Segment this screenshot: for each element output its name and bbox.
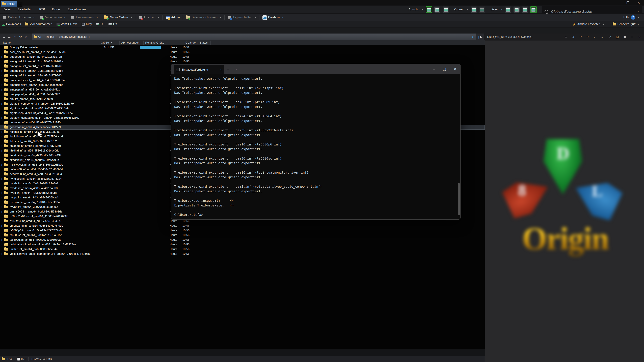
expand-chevron-icon[interactable]: › (1, 115, 2, 120)
expand-chevron-icon[interactable]: › (1, 144, 2, 148)
terminal-scrollbar[interactable] (458, 183, 460, 215)
favorite-drive-d[interactable]: D:\ (106, 22, 119, 26)
lister-left-icon[interactable] (522, 6, 528, 12)
expand-chevron-icon[interactable]: › (1, 111, 2, 115)
chevron-down-icon[interactable]: ▼ (220, 16, 222, 18)
slideshow-button[interactable]: Diashow▼ (260, 14, 286, 21)
lister-top-icon[interactable] (514, 6, 520, 12)
expand-chevron-icon[interactable]: › (1, 139, 2, 144)
favorite-kitty[interactable]: Kitty (80, 22, 94, 26)
column-size[interactable]: Größe▼ (94, 40, 112, 45)
expand-chevron-icon[interactable]: › (1, 247, 2, 252)
expand-chevron-icon[interactable]: › (1, 172, 2, 176)
expand-chevron-icon[interactable]: › (1, 219, 2, 223)
folder-pair-icon[interactable] (471, 6, 477, 12)
other-favorites-button[interactable]: ★Andere Favoriten▼ (570, 22, 606, 27)
expand-chevron-icon[interactable]: › (1, 209, 2, 214)
chevron-down-icon[interactable]: ▼ (64, 16, 66, 18)
expand-chevron-icon[interactable]: › (1, 242, 2, 247)
refresh-icon[interactable]: ↻ (18, 35, 23, 39)
move-files-button[interactable]: ↷ Verschieben▼ (37, 14, 68, 21)
rename-button[interactable]: Umbenennen▼ (68, 14, 100, 21)
table-row[interactable]: › ts6300sc.inf_amd64_5dd1ad1e978a915d He… (0, 233, 485, 238)
terminal-new-tab-button[interactable]: + (227, 67, 229, 71)
view-tiles-icon[interactable] (443, 6, 449, 12)
menu-item[interactable]: FTP (36, 8, 48, 11)
chevron-down-icon[interactable]: ▼ (130, 16, 132, 18)
expand-chevron-icon[interactable]: › (1, 78, 2, 83)
breadcrumb[interactable]: C:›Treiber›Snappy Driver Installer› (32, 33, 476, 40)
terminal-output[interactable]: Das Treiberpaket wurde erfolgreich expor… (172, 74, 460, 219)
expand-chevron-icon[interactable]: › (1, 252, 2, 256)
terminal-minimize-button[interactable]: – (428, 64, 439, 74)
favorite-videoaufnahmen[interactable]: Videoaufnahmen (23, 22, 54, 26)
expand-chevron-icon[interactable]: › (1, 73, 2, 78)
lister-label[interactable]: Lister (490, 8, 498, 11)
table-row[interactable]: › unifhid.inf_amd64_ba680b8596be64e8 Heu… (0, 247, 485, 252)
expand-chevron-icon[interactable]: › (1, 200, 2, 205)
zoom-in-icon[interactable]: ⌕⁺ (592, 35, 599, 39)
terminal-window[interactable]: Eingabeaufforderung ✕ + ⌄ – ▢ ✕ Das Trei… (171, 64, 460, 220)
expand-chevron-icon[interactable]: › (1, 223, 2, 228)
terminal-close-button[interactable]: ✕ (450, 64, 460, 74)
table-row[interactable]: › smbusamd.inf_amd64_d0851497f075f9d0 He… (0, 223, 485, 228)
expand-chevron-icon[interactable]: › (1, 186, 2, 191)
expand-chevron-icon[interactable]: › (1, 87, 2, 92)
ansicht-label[interactable]: Ansicht (408, 8, 418, 11)
chevron-down-icon[interactable]: ˅ (638, 10, 640, 13)
restore-button[interactable]: ❐ (622, 0, 633, 5)
view-list-icon[interactable] (434, 6, 440, 12)
back-icon[interactable]: ⬅ (562, 35, 569, 39)
expand-chevron-icon[interactable]: › (1, 153, 2, 158)
expand-chevron-icon[interactable]: › (1, 83, 2, 87)
help-button[interactable]: Hilfe ? ▼ (623, 13, 639, 21)
tab-close-icon[interactable]: ✕ (220, 68, 222, 71)
ordner-label[interactable]: Ordner (454, 8, 464, 11)
undo-icon[interactable]: ↶ (577, 35, 584, 39)
table-row[interactable]: › voiceclarityep_audio_component.inf_amd… (0, 252, 485, 256)
expand-chevron-icon[interactable]: › (1, 191, 2, 195)
expand-chevron-icon[interactable]: › (1, 59, 2, 64)
table-row[interactable]: › tvvirtualmonitordriver.inf_amd64_b8a4e… (0, 242, 485, 247)
expand-chevron-icon[interactable]: › (1, 167, 2, 172)
menu-item[interactable]: Einstellungen (64, 8, 89, 11)
admin-button[interactable]: Admin (163, 14, 182, 21)
breadcrumb-item[interactable]: Snappy Driver Installer (58, 35, 88, 38)
breadcrumb-dropdown-icon[interactable]: ▼ (469, 33, 476, 40)
expand-chevron-icon[interactable]: › (1, 92, 2, 97)
menu-item[interactable]: Datei (0, 8, 14, 11)
table-row[interactable]: › ts6300u.inf_amd64_40c6297c9b069b0a Heu… (0, 238, 485, 242)
new-tab-button[interactable]: + (18, 2, 22, 7)
column-dimensions[interactable]: Abmessungen (121, 40, 140, 45)
expand-chevron-icon[interactable]: › (1, 68, 2, 73)
column-relative-size[interactable]: Relative Größe (145, 40, 164, 45)
expand-chevron-icon[interactable]: › (1, 134, 2, 139)
fill-window-icon[interactable]: ◼ (621, 35, 628, 39)
expand-chevron-icon[interactable]: › (1, 228, 2, 233)
properties-button[interactable]: i Eigenschaften▼ (225, 14, 258, 21)
chevron-down-icon[interactable]: ▼ (254, 16, 256, 18)
terminal-titlebar[interactable]: Eingabeaufforderung ✕ + ⌄ – ▢ ✕ (172, 64, 460, 74)
menu-icon[interactable]: ☰ (628, 35, 636, 39)
chevron-down-icon[interactable]: ▼ (638, 16, 639, 18)
favorite-winscp[interactable]: WinSCP.exe (54, 22, 80, 26)
expand-chevron-icon[interactable]: › (1, 120, 2, 125)
expand-chevron-icon[interactable]: › (1, 125, 2, 130)
column-status[interactable]: Status (200, 40, 208, 45)
back-icon[interactable]: ← (2, 35, 6, 39)
table-row[interactable]: › ts6300p6.inf_amd64_5ce19e7722f477a6 He… (0, 228, 485, 233)
panel-toggle-icon[interactable]: ❙▶ (476, 33, 484, 40)
new-folder-button[interactable]: + Neuer Ordner▼ (102, 14, 134, 21)
chevron-down-icon[interactable]: ▼ (33, 16, 35, 18)
table-row[interactable]: › adobepdf.inf_amd64_b7f4492e18ad270b He… (0, 54, 485, 59)
expand-chevron-icon[interactable]: › (1, 101, 2, 106)
expand-chevron-icon[interactable]: › (1, 50, 2, 54)
archive-files-button[interactable]: ↓ Dateien archivieren▼ (184, 14, 224, 21)
expand-chevron-icon[interactable]: › (1, 54, 2, 59)
table-row[interactable]: › acer_s271hl.inf_amd64_f829e28ddd19503b… (0, 50, 485, 54)
column-modified[interactable]: Geändert (166, 40, 198, 45)
chevron-down-icon[interactable]: ▼ (158, 16, 160, 18)
close-panel-icon[interactable]: ✕ (636, 35, 643, 39)
favorite-downloads[interactable]: Downloads (0, 22, 23, 26)
expand-chevron-icon[interactable]: › (1, 148, 2, 153)
